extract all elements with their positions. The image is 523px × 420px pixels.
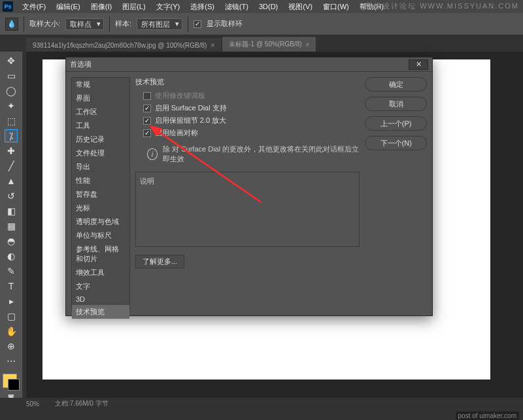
prefs-cat-workspace[interactable]: 工作区 [72,105,129,119]
menu-type[interactable]: 文字(Y) [151,2,186,12]
document-tabs: 938114a1ly1fkqszhm2auj20m80ch78w.jpg @ 1… [0,35,523,52]
prefs-cat-interface[interactable]: 界面 [72,91,129,105]
prefs-cat-cursors[interactable]: 光标 [72,201,129,215]
enable-symmetry-label: 启用绘画对称 [155,128,198,138]
crop-tool-icon[interactable]: ⬚ [5,114,18,127]
tab-label: 未标题-1 @ 50%(RGB/8) [229,40,301,49]
lasso-tool-icon[interactable]: ◯ [5,84,18,97]
prefs-cat-3d[interactable]: 3D [72,293,129,305]
enable-details-checkbox[interactable] [143,117,151,125]
prefs-cat-transparency[interactable]: 透明度与色域 [72,215,129,229]
eyedropper-tool-icon[interactable]: ⁒ [5,129,18,142]
tools-panel: ✥ ▭ ◯ ✦ ⬚ ⁒ ✚ ╱ ▲ ↺ ◧ ▦ ◓ ◐ ✎ T ▸ ▢ ✋ ⊕ … [0,52,22,403]
prefs-cat-performance[interactable]: 性能 [72,174,129,187]
eraser-tool-icon[interactable]: ◧ [5,204,18,218]
close-button[interactable]: ✕ [409,59,428,70]
prefs-cat-general[interactable]: 常规 [72,78,129,91]
path-select-tool-icon[interactable]: ▸ [5,295,18,308]
menu-filter[interactable]: 滤镜(T) [220,2,254,12]
enable-surface-dial-checkbox[interactable] [143,105,151,112]
learn-more-button[interactable]: 了解更多... [135,255,184,268]
status-bar: 50% 文档:7.66M/0 字节 [0,398,523,410]
menu-view[interactable]: 视图(V) [283,2,318,12]
dodge-tool-icon[interactable]: ◐ [5,250,18,263]
divider [188,16,188,32]
prefs-cat-filehandling[interactable]: 文件处理 [72,146,129,160]
pen-tool-icon[interactable]: ✎ [5,265,18,278]
document-tab[interactable]: 938114a1ly1fkqszhm2auj20m80ch78w.jpg @ 1… [26,39,221,52]
use-mod-keys-label: 使用修改键调板 [155,91,205,101]
description-box: 说明 [135,172,360,247]
section-title: 技术预览 [135,77,360,87]
info-icon: i [147,148,158,160]
move-tool-icon[interactable]: ✥ [5,54,18,67]
tab-label: 938114a1ly1fkqszhm2auj20m80ch78w.jpg @ 1… [33,42,207,49]
app-icon: Ps [3,1,13,12]
prefs-cat-guides[interactable]: 参考线、网格和切片 [72,242,129,266]
prefs-cat-scratch[interactable]: 暂存盘 [72,187,129,201]
type-tool-icon[interactable]: T [5,280,18,293]
eyedropper-preset-icon[interactable]: 💧 [5,18,18,31]
info-text: 除 对 Surface Dial 的更改外，其他更改将在关闭此对话框后立即生效 [163,144,360,164]
menu-file[interactable]: 文件(F) [17,2,51,12]
dialog-titlebar[interactable]: 首选项 ✕ [66,57,432,72]
stamp-tool-icon[interactable]: ▲ [5,174,18,187]
enable-surface-dial-label: 启用 Surface Dial 支持 [155,103,227,113]
menu-3d[interactable]: 3D(D) [254,3,283,10]
prefs-cat-type[interactable]: 文字 [72,280,129,293]
options-bar: 💧 取样大小: 取样点 样本: 所有图层 显示取样环 [0,13,523,35]
document-info[interactable]: 文档:7.66M/0 字节 [55,399,109,408]
watermark-top: 思缘设计论坛 WWW.MISSYUAN.COM [365,1,519,11]
zoom-tool-icon[interactable]: ⊕ [5,340,18,353]
preferences-content: 技术预览 使用修改键调板 启用 Surface Dial 支持 启用保留细节 2… [135,77,360,310]
document-tab[interactable]: 未标题-1 @ 50%(RGB/8) × [222,37,316,52]
prefs-cat-tools[interactable]: 工具 [72,119,129,133]
prev-button[interactable]: 上一个(P) [365,116,427,131]
sample-size-label: 取样大小: [29,19,60,29]
prefs-cat-techpreview[interactable]: 技术预览 [72,305,129,319]
divider [109,16,110,32]
preferences-dialog: 首选项 ✕ 常规 界面 工作区 工具 历史记录 文件处理 导出 性能 暂存盘 光… [65,57,433,316]
cancel-button[interactable]: 取消 [365,97,427,111]
prefs-cat-export[interactable]: 导出 [72,160,129,174]
show-sampling-ring-label: 显示取样环 [207,19,243,29]
show-sampling-ring-checkbox[interactable] [194,20,201,28]
shape-tool-icon[interactable]: ▢ [5,310,18,323]
sample-select[interactable]: 所有图层 [137,18,182,30]
divider [24,16,24,32]
brush-tool-icon[interactable]: ╱ [5,159,18,172]
dialog-buttons: 确定 取消 上一个(P) 下一个(N) [365,77,427,310]
zoom-level[interactable]: 50% [26,400,39,408]
menu-select[interactable]: 选择(S) [185,2,220,12]
marquee-tool-icon[interactable]: ▭ [5,69,18,82]
close-icon[interactable]: × [211,42,214,49]
history-brush-tool-icon[interactable]: ↺ [5,189,18,202]
ok-button[interactable]: 确定 [365,77,427,91]
enable-details-label: 启用保留细节 2.0 放大 [155,116,226,125]
description-title: 说明 [140,176,356,186]
preferences-categories: 常规 界面 工作区 工具 历史记录 文件处理 导出 性能 暂存盘 光标 透明度与… [71,77,130,310]
sample-size-select[interactable]: 取样点 [65,18,104,30]
menu-image[interactable]: 图像(I) [86,2,117,12]
sample-label: 样本: [115,19,131,29]
quick-select-tool-icon[interactable]: ✦ [5,99,18,112]
hand-tool-icon[interactable]: ✋ [5,325,18,338]
close-icon[interactable]: × [306,41,310,48]
enable-symmetry-checkbox[interactable] [143,129,151,137]
menu-layer[interactable]: 图层(L) [117,2,150,12]
menu-edit[interactable]: 编辑(E) [51,2,86,12]
prefs-cat-units[interactable]: 单位与标尺 [72,229,129,242]
use-mod-keys-checkbox [143,92,151,100]
gradient-tool-icon[interactable]: ▦ [5,219,18,233]
healing-tool-icon[interactable]: ✚ [5,144,18,157]
next-button[interactable]: 下一个(N) [365,136,427,150]
background-color-swatch[interactable] [8,379,20,391]
edit-toolbar-icon[interactable]: ⋯ [5,355,18,368]
dialog-title-text: 首选项 [70,59,92,69]
prefs-cat-plugins[interactable]: 增效工具 [72,266,129,280]
watermark-bottom: post of uimaker.com [456,412,519,420]
prefs-cat-history[interactable]: 历史记录 [72,133,129,146]
blur-tool-icon[interactable]: ◓ [5,234,18,248]
menu-window[interactable]: 窗口(W) [318,2,354,12]
